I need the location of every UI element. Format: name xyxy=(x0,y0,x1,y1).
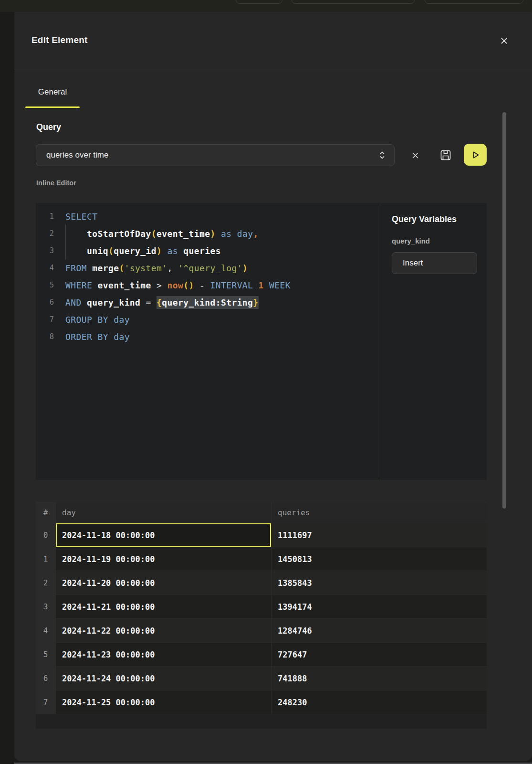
day-cell[interactable]: 2024-11-21 00:00:00 xyxy=(56,595,271,618)
cell-value: 1385843 xyxy=(278,578,312,588)
cell-value: 2024-11-18 00:00:00 xyxy=(62,531,155,540)
code-token: now xyxy=(167,280,184,290)
code-token: ORDER BY xyxy=(65,332,108,342)
cell-value: 1111697 xyxy=(278,531,312,540)
queries-cell[interactable]: 741888 xyxy=(271,667,487,690)
code-line[interactable]: 2 toStartOfDay(event_time) as day, xyxy=(36,225,380,242)
queries-cell[interactable]: 727647 xyxy=(271,643,487,666)
queries-cell[interactable]: 248230 xyxy=(271,690,487,714)
code-token: as xyxy=(167,246,178,256)
cell-value: 2024-11-24 00:00:00 xyxy=(62,674,155,683)
modal-title: Edit Element xyxy=(31,35,87,45)
day-cell-selected[interactable]: 2024-11-18 00:00:00 xyxy=(56,523,271,547)
modal-header: Edit Element xyxy=(14,12,532,69)
code-token: merge xyxy=(92,263,119,273)
close-icon xyxy=(500,37,508,45)
cell-value: 727647 xyxy=(278,650,307,659)
row-index-cell[interactable]: 4 xyxy=(36,619,56,642)
line-number: 6 xyxy=(36,298,54,307)
code-token: ( xyxy=(119,263,124,273)
day-cell[interactable]: 2024-11-19 00:00:00 xyxy=(56,547,271,571)
cell-value: 1284746 xyxy=(278,626,312,636)
code-token: day xyxy=(114,332,130,342)
save-query-button[interactable] xyxy=(438,147,454,163)
code-line[interactable]: 7GROUP BY day xyxy=(36,311,380,328)
code-token: day xyxy=(114,315,130,325)
code-token: > xyxy=(151,280,167,290)
queries-cell[interactable]: 1450813 xyxy=(271,547,487,571)
code-token: event_time xyxy=(97,280,151,290)
code-area[interactable]: 1SELECT2 toStartOfDay(event_time) as day… xyxy=(36,203,380,480)
code-line[interactable]: 6AND query_kind = {query_kind:String} xyxy=(36,294,380,311)
day-cell[interactable]: 2024-11-24 00:00:00 xyxy=(56,667,271,690)
cell-value: 1450813 xyxy=(278,554,312,564)
cell-value: 2024-11-19 00:00:00 xyxy=(62,554,155,564)
row-index-cell[interactable]: 7 xyxy=(36,690,56,714)
row-index-cell[interactable]: 3 xyxy=(36,595,56,618)
code-line[interactable]: 3 uniq(query_id) as queries xyxy=(36,242,380,259)
code-line[interactable]: 1SELECT xyxy=(36,208,380,225)
cell-value: 2024-11-23 00:00:00 xyxy=(62,650,155,659)
code-token xyxy=(253,280,258,290)
day-cell[interactable]: 2024-11-22 00:00:00 xyxy=(56,619,271,642)
code-token: WHERE xyxy=(65,280,92,290)
code-line[interactable]: 4FROM merge('system', '^query_log') xyxy=(36,259,380,276)
code-token: - xyxy=(194,280,210,290)
code-token xyxy=(162,246,167,256)
code-text: ORDER BY day xyxy=(65,332,130,342)
close-button[interactable] xyxy=(495,32,512,49)
line-number: 7 xyxy=(36,315,54,324)
code-line[interactable]: 5WHERE event_time > now() - INTERVAL 1 W… xyxy=(36,276,380,294)
tab-general[interactable]: General xyxy=(25,87,80,109)
code-line[interactable]: 8ORDER BY day xyxy=(36,328,380,345)
query-variables-title: Query Variables xyxy=(392,214,487,224)
code-token xyxy=(216,229,221,239)
query-select-value: queries over time xyxy=(46,150,379,160)
code-token xyxy=(87,263,92,273)
play-icon xyxy=(470,150,480,160)
code-text: FROM merge('system', '^query_log') xyxy=(65,263,248,273)
code-token: uniq xyxy=(87,246,108,256)
day-cell[interactable]: 2024-11-25 00:00:00 xyxy=(56,690,271,714)
code-token: ) xyxy=(210,229,215,239)
code-token: 'system' xyxy=(125,263,167,273)
row-index-cell[interactable]: 5 xyxy=(36,643,56,666)
modal-scrollbar[interactable] xyxy=(502,112,506,509)
clear-query-button[interactable] xyxy=(407,147,423,163)
queries-cell[interactable]: 1284746 xyxy=(271,619,487,642)
queries-cell[interactable]: 1394174 xyxy=(271,595,487,618)
code-token xyxy=(65,229,87,239)
code-text: GROUP BY day xyxy=(65,315,130,325)
day-cell[interactable]: 2024-11-23 00:00:00 xyxy=(56,643,271,666)
row-index-cell[interactable]: 0 xyxy=(36,523,56,547)
cell-value: 2024-11-25 00:00:00 xyxy=(62,698,155,707)
code-text: WHERE event_time > now() - INTERVAL 1 WE… xyxy=(65,280,291,290)
insert-variable-button[interactable]: Insert xyxy=(392,252,477,274)
query-parameter-token: { xyxy=(156,296,162,309)
code-token: AND xyxy=(65,297,82,308)
code-token xyxy=(264,280,269,290)
query-section-heading: Query xyxy=(36,122,61,132)
day-cell[interactable]: 2024-11-20 00:00:00 xyxy=(56,571,271,594)
queries-cell[interactable]: 1111697 xyxy=(271,523,487,547)
line-number: 2 xyxy=(36,229,54,238)
table-row: 52024-11-23 00:00:00727647 xyxy=(36,643,487,667)
code-token: ) xyxy=(242,263,248,273)
row-index-cell[interactable]: 1 xyxy=(36,547,56,571)
row-index-cell[interactable]: 2 xyxy=(36,571,56,594)
query-select[interactable]: queries over time xyxy=(36,144,395,166)
code-token: , xyxy=(167,263,178,273)
code-token: GROUP BY xyxy=(65,315,108,325)
background-button-1 xyxy=(236,0,282,4)
code-token: ) xyxy=(156,246,162,256)
queries-cell[interactable]: 1385843 xyxy=(271,571,487,594)
code-text: uniq(query_id) as queries xyxy=(65,246,221,256)
inline-editor-label: Inline Editor xyxy=(36,179,76,187)
code-token: SELECT xyxy=(65,212,97,222)
table-row: 72024-11-25 00:00:00248230 xyxy=(36,690,487,714)
run-query-button[interactable] xyxy=(464,144,487,166)
cell-value: 1394174 xyxy=(278,602,312,612)
column-header-label: queries xyxy=(278,508,310,517)
row-index-cell[interactable]: 6 xyxy=(36,667,56,690)
column-header-label: day xyxy=(62,508,76,517)
